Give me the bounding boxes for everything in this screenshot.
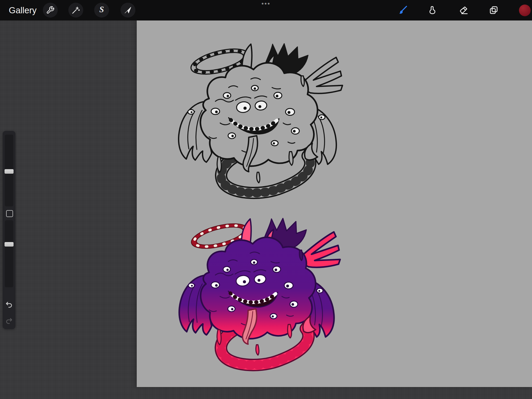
opacity-slider-handle[interactable] [5,242,14,247]
adjustments-button[interactable] [68,3,83,18]
color-swatch[interactable] [519,5,531,16]
smudge-finger-icon [428,5,437,15]
sidebar-tool-panel [3,131,15,329]
undo-button[interactable] [5,301,13,309]
smudge-tool-button[interactable] [425,3,440,18]
selection-s-icon: S [99,5,104,14]
gallery-button[interactable]: Gallery [9,0,37,20]
transform-button[interactable] [120,3,135,18]
eraser-icon [459,5,468,15]
transform-arrow-icon [124,6,132,14]
selection-button[interactable]: S [94,3,109,18]
layers-button[interactable] [486,3,501,18]
redo-arrow-icon [5,317,13,325]
procreate-app: Gallery S ••• [0,0,532,399]
undo-arrow-icon [5,301,13,309]
opacity-track[interactable] [5,220,13,287]
top-toolbar: Gallery S ••• [0,0,532,20]
paint-tool-button[interactable] [395,3,410,18]
brush-size-slider-handle[interactable] [5,169,14,174]
colored-artwork [164,207,347,379]
adjustments-magic-wand-icon [72,6,80,14]
canvas-menu-dots[interactable]: ••• [261,0,271,7]
actions-wrench-icon [46,6,55,14]
lineart-artwork [163,32,349,207]
modify-button[interactable] [6,210,13,217]
actions-button[interactable] [43,3,58,18]
layers-icon [489,5,498,15]
paint-brush-icon [398,5,408,15]
redo-button[interactable] [5,317,13,325]
eraser-tool-button[interactable] [456,3,471,18]
